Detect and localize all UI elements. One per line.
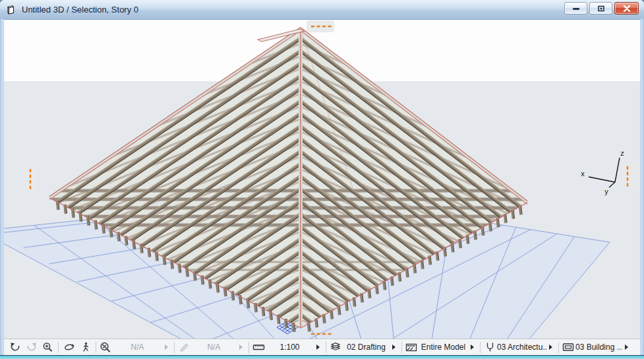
3d-viewport[interactable]: z x y <box>4 20 640 339</box>
3d-window-icon[interactable] <box>5 4 17 16</box>
restore-button[interactable] <box>589 2 612 15</box>
zoom-level-field[interactable]: N/A <box>98 340 172 354</box>
axis-label-z: z <box>620 149 624 157</box>
layer-combination-field[interactable]: 02 Drafting <box>328 340 399 354</box>
minimize-button[interactable] <box>564 2 587 15</box>
walk-speed-value: N/A <box>191 343 237 352</box>
model-view-options-field[interactable]: 03 Building ... <box>561 340 632 354</box>
zoom-level-menu-arrow[interactable] <box>165 344 168 350</box>
window-right-border <box>640 19 644 355</box>
partial-structure-field[interactable]: Entire Model <box>404 340 478 354</box>
frame-in-frame-icon <box>561 343 575 352</box>
partial-structure-menu-arrow[interactable] <box>471 344 474 350</box>
window-left-border <box>0 19 4 355</box>
edit-plane-handle-left[interactable] <box>24 165 37 194</box>
film-frame-icon <box>404 343 419 352</box>
walk-speed-menu-arrow[interactable] <box>239 344 243 350</box>
axis-label-x: x <box>581 170 585 178</box>
edit-plane-handle-right[interactable] <box>622 162 639 191</box>
layer-combination-value: 02 Drafting <box>343 343 390 352</box>
model-view-options-menu-arrow[interactable] <box>625 344 628 350</box>
window-bottom-border <box>0 355 644 359</box>
edit-plane-handle-top[interactable] <box>307 20 334 32</box>
layer-combination-menu-arrow[interactable] <box>392 344 395 350</box>
partial-structure-value: Entire Model <box>419 343 468 352</box>
scale-field[interactable]: 1:100 <box>251 340 324 354</box>
titlebar[interactable]: Untitled 3D / Selection, Story 0 <box>0 0 644 20</box>
zoom-in-button[interactable] <box>40 340 56 354</box>
scale-value: 1:100 <box>266 343 314 352</box>
explore-walk-button[interactable] <box>77 340 94 354</box>
fit-in-window-icon[interactable] <box>98 342 113 353</box>
model-view-options-value: 03 Building ... <box>575 343 622 352</box>
scale-ruler-icon <box>251 343 266 352</box>
scale-menu-arrow[interactable] <box>316 344 320 350</box>
pen-nib-icon <box>483 342 497 352</box>
pen-set-value: 03 Architectu... <box>497 343 546 352</box>
pen-set-menu-arrow[interactable] <box>549 344 552 350</box>
orbit-button[interactable] <box>61 340 77 354</box>
pen-quill-icon <box>177 342 191 352</box>
window-title: Untitled 3D / Selection, Story 0 <box>22 5 138 15</box>
previous-view-button[interactable] <box>7 340 23 354</box>
application-window: Untitled 3D / Selection, Story 0 z x y <box>0 0 644 359</box>
zoom-level-value: N/A <box>113 343 162 352</box>
walk-speed-field[interactable]: N/A <box>177 340 247 354</box>
next-view-button[interactable] <box>23 340 40 354</box>
pen-set-field[interactable]: 03 Architectu... <box>483 340 556 354</box>
window-controls <box>564 0 639 21</box>
statusbar: N/A N/A 1:100 02 Drafting <box>4 339 640 355</box>
close-button[interactable] <box>614 2 639 15</box>
layers-icon <box>328 342 343 352</box>
axis-label-y: y <box>604 187 608 195</box>
